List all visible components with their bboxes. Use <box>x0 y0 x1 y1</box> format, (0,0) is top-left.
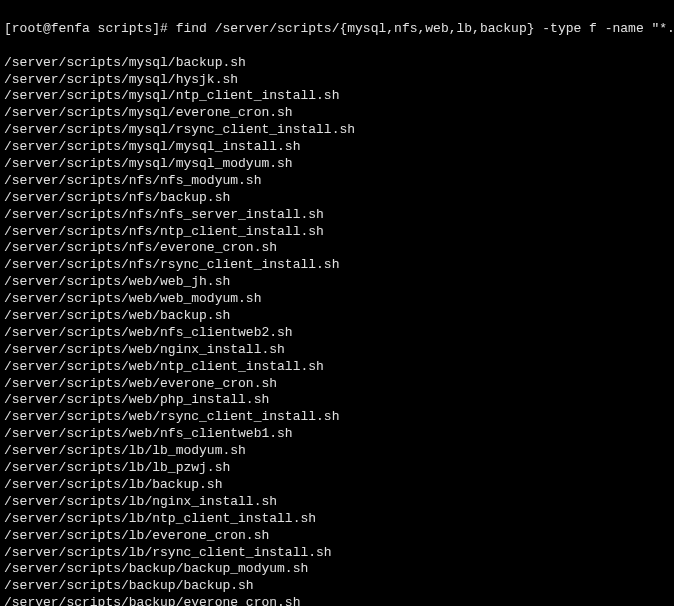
output-line: /server/scripts/web/php_install.sh <box>4 392 670 409</box>
output-line: /server/scripts/backup/everone_cron.sh <box>4 595 670 606</box>
output-line: /server/scripts/mysql/mysql_install.sh <box>4 139 670 156</box>
command-text: find /server/scripts/{mysql,nfs,web,lb,b… <box>176 21 674 36</box>
output-line: /server/scripts/lb/everone_cron.sh <box>4 528 670 545</box>
output-line: /server/scripts/backup/backup.sh <box>4 578 670 595</box>
terminal-window[interactable]: [root@fenfa scripts]# find /server/scrip… <box>4 4 670 606</box>
output-line: /server/scripts/nfs/nfs_modyum.sh <box>4 173 670 190</box>
output-line: /server/scripts/lb/rsync_client_install.… <box>4 545 670 562</box>
output-line: /server/scripts/web/rsync_client_install… <box>4 409 670 426</box>
output-line: /server/scripts/web/nfs_clientweb2.sh <box>4 325 670 342</box>
prompt: [root@fenfa scripts]# <box>4 21 176 36</box>
output-line: /server/scripts/web/nginx_install.sh <box>4 342 670 359</box>
output-line: /server/scripts/web/ntp_client_install.s… <box>4 359 670 376</box>
output-line: /server/scripts/nfs/backup.sh <box>4 190 670 207</box>
output-line: /server/scripts/web/web_modyum.sh <box>4 291 670 308</box>
output-block: /server/scripts/mysql/backup.sh/server/s… <box>4 55 670 606</box>
output-line: /server/scripts/web/backup.sh <box>4 308 670 325</box>
output-line: /server/scripts/web/everone_cron.sh <box>4 376 670 393</box>
output-line: /server/scripts/mysql/hysjk.sh <box>4 72 670 89</box>
output-line: /server/scripts/lb/nginx_install.sh <box>4 494 670 511</box>
output-line: /server/scripts/web/nfs_clientweb1.sh <box>4 426 670 443</box>
command-line-1: [root@fenfa scripts]# find /server/scrip… <box>4 21 670 38</box>
output-line: /server/scripts/mysql/backup.sh <box>4 55 670 72</box>
output-line: /server/scripts/nfs/rsync_client_install… <box>4 257 670 274</box>
output-line: /server/scripts/lb/backup.sh <box>4 477 670 494</box>
output-line: /server/scripts/lb/lb_modyum.sh <box>4 443 670 460</box>
output-line: /server/scripts/mysql/ntp_client_install… <box>4 88 670 105</box>
output-line: /server/scripts/backup/backup_modyum.sh <box>4 561 670 578</box>
output-line: /server/scripts/nfs/everone_cron.sh <box>4 240 670 257</box>
output-line: /server/scripts/lb/ntp_client_install.sh <box>4 511 670 528</box>
output-line: /server/scripts/lb/lb_pzwj.sh <box>4 460 670 477</box>
output-line: /server/scripts/web/web_jh.sh <box>4 274 670 291</box>
output-line: /server/scripts/nfs/ntp_client_install.s… <box>4 224 670 241</box>
output-line: /server/scripts/mysql/rsync_client_insta… <box>4 122 670 139</box>
output-line: /server/scripts/mysql/mysql_modyum.sh <box>4 156 670 173</box>
output-line: /server/scripts/mysql/everone_cron.sh <box>4 105 670 122</box>
output-line: /server/scripts/nfs/nfs_server_install.s… <box>4 207 670 224</box>
